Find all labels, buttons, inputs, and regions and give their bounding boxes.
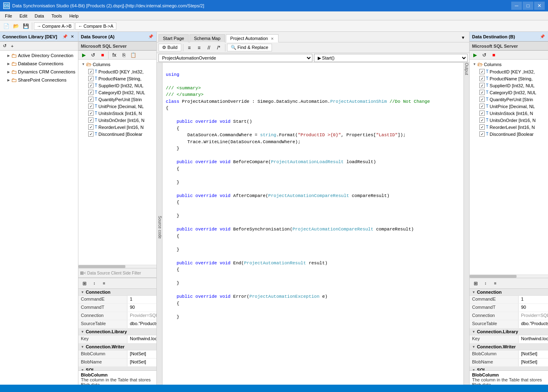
lp-list-button[interactable]: ≡ [100,279,109,288]
menu-help[interactable]: Help [66,13,82,19]
col-reorderlevel[interactable]: ✓ T ReorderLevel [Int16, N [87,124,156,131]
tree-item-active-directory[interactable]: ▶ 🗀 Active Directory Connection [7,51,77,60]
right-prop-scroll[interactable]: ▼ Connection CommandE 1 CommandT 90 Conn… [470,289,548,370]
ds-refresh-button[interactable]: ↺ [89,51,98,60]
col-checkbox-categoryid[interactable]: ✓ [88,90,94,95]
tab-schema-map[interactable]: Schema Map [189,34,225,42]
data-source-pin-button[interactable]: 📌 [147,33,154,40]
rp-list-button[interactable]: ≡ [491,279,500,288]
tab-project-automation[interactable]: Project Automation ✕ [226,34,278,42]
rp-group-connwriter[interactable]: ▼ Connection.Writer [470,343,548,350]
maximize-button[interactable]: □ [523,2,533,10]
col-productname[interactable]: ✓ T ProductName [String, [87,75,156,82]
find-replace-button[interactable]: 🔍 Find & Replace [227,44,272,51]
close-button[interactable]: ✕ [534,2,545,10]
dd-run-button[interactable]: ▶ [470,51,479,60]
tab-project-automation-close[interactable]: ✕ [271,37,274,41]
col-unitsonorder[interactable]: ✓ T UnitsOnOrder [Int16, N [87,117,156,124]
code-editor[interactable]: using /// <summary> /// </summary> class… [163,63,463,388]
dest-col-reorderlevel[interactable]: ✓ T ReorderLevel [Int16, N [479,124,547,131]
expand-sp-icon[interactable]: ▶ [7,78,10,82]
dest-col-unitsonorder[interactable]: ✓ T UnitsOnOrder [Int16, N [479,117,547,124]
col-supplierid[interactable]: ✓ T SupplierID [Int32, NUL [87,82,156,89]
menu-tools[interactable]: Tools [48,13,65,19]
menu-edit[interactable]: Edit [16,13,31,19]
dest-col-supplierid[interactable]: ✓ T SupplierID [Int32, NUL [479,82,547,89]
tab-start-page[interactable]: Start Page [158,34,189,42]
tree-item-sharepoint[interactable]: ▶ 🗀 SharePoint Connections [7,76,77,84]
lp-group-sql[interactable]: ▼ SQL [78,367,156,370]
col-checkbox-productid[interactable]: ✓ [88,69,94,74]
dest-col-qpu[interactable]: ✓ T QuantityPerUnit [Strin [479,96,547,103]
dest-col-discontinued[interactable]: ✓ T Discontinued [Boolear [479,131,547,137]
col-checkbox-unitprice[interactable]: ✓ [88,104,94,109]
connection-library-close-button[interactable]: ✕ [69,33,76,40]
code-content[interactable]: using /// <summary> /// </summary> class… [163,63,463,388]
ds-copy-button[interactable]: ⎘ [119,51,128,60]
tree-item-dest-columns-root[interactable]: ▼ 🗁 Columns [472,60,547,68]
method-dropdown[interactable]: ▶ Start() [314,54,468,62]
uncomment-button[interactable]: /* [214,43,223,52]
tree-item-dynamics-crm[interactable]: ▶ 🗀 Dynamics CRM Connections [7,68,77,76]
class-dropdown[interactable]: ProjectAutomationOverride [158,54,312,62]
dest-col-productname[interactable]: ✓ T ProductName [String, [479,75,547,82]
expand-db-icon[interactable]: ▶ [7,62,10,66]
lp-group-connlib[interactable]: ▼ Connection.Library [78,328,156,335]
connection-library-pin-button[interactable]: 📌 [62,33,68,40]
col-checkbox-productname[interactable]: ✓ [88,76,94,81]
data-dest-pin-button[interactable]: 📌 [539,33,546,40]
ds-horizontal-scroll[interactable] [78,265,156,268]
col-checkbox-supplierid[interactable]: ✓ [88,83,94,88]
col-productid[interactable]: ✓ T ProductID [KEY ,Int32, [87,68,156,75]
new-button[interactable]: 📄 [2,22,11,31]
rp-sort-button[interactable]: ↕ [481,279,490,288]
indent-button[interactable]: ≡ [185,43,194,52]
col-unitprice[interactable]: ✓ T UnitPrice [Decimal, NL [87,103,156,110]
col-checkbox-unitsonorder[interactable]: ✓ [88,117,94,123]
compare-a-to-b-button[interactable]: → Compare A->B [34,22,74,30]
dest-col-unitsinstock[interactable]: ✓ T UnitsInStock [Int16, N [479,110,547,117]
col-unitsinstock[interactable]: ✓ T UnitsInStock [Int16, N [87,110,156,117]
col-categoryid[interactable]: ✓ T CategoryID [Int32, NUL [87,89,156,96]
open-button[interactable]: 📂 [11,22,20,31]
comment-button[interactable]: // [205,43,214,52]
dd-refresh-button[interactable]: ↺ [480,51,489,60]
dest-col-productid[interactable]: ✓ T ProductID [KEY ,Int32, [479,68,547,75]
col-checkbox-unitsinstock[interactable]: ✓ [88,111,94,116]
build-button[interactable]: ⚙ Build [158,44,181,51]
col-quantityperunit[interactable]: ✓ T QuantityPerUnit [Strin [87,96,156,103]
compare-b-to-a-button[interactable]: ← Compare B->A [75,22,116,30]
ds-stop-button[interactable]: ■ [98,51,107,60]
menu-data[interactable]: Data [31,13,47,19]
dd-stop-button[interactable]: ■ [489,51,498,60]
menu-file[interactable]: File [2,13,16,19]
lp-group-connection[interactable]: ▼ Connection [78,289,156,296]
cl-add-button[interactable]: + [9,42,16,50]
dest-horizontal-scroll[interactable] [470,275,548,278]
dest-col-categoryid[interactable]: ✓ T CategoryID [Int32, NUL [479,89,547,96]
ds-formula-button[interactable]: fx [110,51,119,60]
tree-item-columns-root[interactable]: ▼ 🗁 Columns [81,60,156,68]
expand-crm-icon[interactable]: ▶ [7,70,10,74]
cl-refresh-button[interactable]: ↺ [1,42,8,50]
ds-run-button[interactable]: ▶ [79,51,88,60]
minimize-button[interactable]: ─ [511,2,522,10]
expand-ad-icon[interactable]: ▶ [7,54,10,58]
lp-group-connwriter[interactable]: ▼ Connection.Writer [78,343,156,350]
rp-categorize-button[interactable]: ⊞ [471,279,480,288]
col-discontinued[interactable]: ✓ T Discontinued [Boolear [87,131,156,137]
lp-categorize-button[interactable]: ⊞ [80,279,89,288]
left-prop-scroll[interactable]: ▼ Connection CommandE 1 CommandT 90 Conn… [78,289,156,370]
save-button[interactable]: 💾 [21,22,30,31]
tab-dropdown-button[interactable]: ▾ [459,33,468,42]
unindent-button[interactable]: ≡ [195,43,204,52]
col-checkbox-qpu[interactable]: ✓ [88,97,94,102]
dest-col-unitprice[interactable]: ✓ T UnitPrice [Decimal, NL [479,103,547,110]
rp-group-connlib[interactable]: ▼ Connection.Library [470,328,548,335]
ds-paste-button[interactable]: 📋 [129,51,138,60]
col-checkbox-discontinued[interactable]: ✓ [88,131,94,137]
lp-sort-button[interactable]: ↕ [90,279,99,288]
col-checkbox-reorderlevel[interactable]: ✓ [88,124,94,130]
rp-group-connection[interactable]: ▼ Connection [470,289,548,296]
tree-item-database-connections[interactable]: ▶ 🗀 Database Connections [7,60,77,68]
